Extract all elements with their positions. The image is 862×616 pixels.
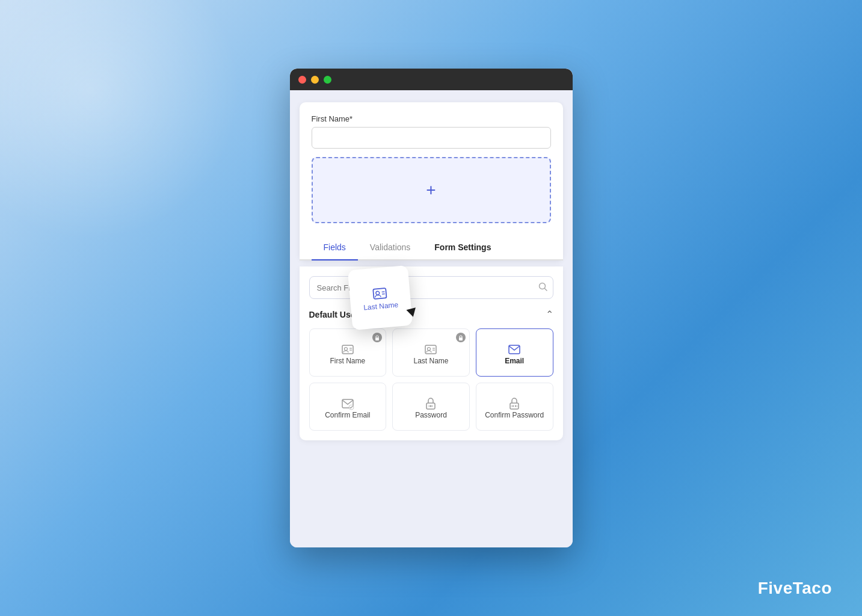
field-card-confirm-password[interactable]: Confirm Password	[476, 383, 553, 431]
lock-icon	[372, 333, 382, 342]
svg-point-23	[375, 291, 379, 295]
svg-rect-7	[459, 337, 463, 340]
drag-card: Last Name	[347, 265, 412, 330]
browser-window: First Name* + Fields Validations Form Se…	[290, 69, 573, 547]
tabs-bar: Fields Validations Form Settings	[300, 235, 563, 260]
svg-point-16	[430, 405, 432, 407]
first-name-card-label: First Name	[330, 357, 365, 365]
content-area: First Name* + Fields Validations Form Se…	[290, 90, 573, 547]
confirm-email-icon	[340, 396, 355, 411]
first-name-label: First Name*	[312, 114, 551, 123]
svg-rect-2	[375, 337, 379, 340]
svg-rect-12	[509, 345, 520, 354]
title-bar	[290, 69, 573, 90]
form-section: First Name* + Fields Validations Form Se…	[300, 102, 563, 260]
svg-point-9	[428, 348, 431, 351]
collapse-icon[interactable]: ⌃	[546, 309, 553, 320]
fields-panel: Default User Fields ⌃	[300, 266, 563, 440]
search-container	[309, 276, 553, 299]
last-name-card-label: Last Name	[413, 357, 448, 365]
search-icon	[538, 282, 547, 293]
svg-rect-3	[342, 345, 353, 354]
tab-fields[interactable]: Fields	[312, 235, 358, 260]
first-name-input[interactable]	[312, 127, 551, 149]
field-card-password[interactable]: Password	[392, 383, 470, 431]
person-card-icon	[423, 342, 438, 357]
svg-point-20	[513, 405, 514, 407]
maximize-button[interactable]	[324, 76, 331, 84]
field-card-last-name[interactable]: Last Name	[392, 328, 470, 377]
svg-line-1	[544, 289, 547, 291]
branding-logo: FiveTaco	[758, 579, 832, 598]
tab-form-settings[interactable]: Form Settings	[422, 235, 503, 260]
drag-card-label: Last Name	[363, 300, 398, 312]
field-card-email[interactable]: Email	[476, 328, 553, 377]
close-button[interactable]	[298, 76, 306, 84]
svg-point-21	[515, 405, 516, 407]
svg-point-4	[344, 348, 347, 351]
svg-rect-8	[425, 345, 436, 354]
drag-card-icon	[371, 285, 389, 303]
field-card-first-name[interactable]: First Name	[309, 328, 387, 377]
email-icon	[507, 342, 522, 357]
form-inner: First Name* +	[300, 102, 563, 235]
confirm-password-icon	[507, 396, 522, 411]
password-icon	[423, 396, 438, 411]
field-grid: First Name	[309, 328, 553, 431]
confirm-password-card-label: Confirm Password	[485, 411, 544, 419]
add-field-icon: +	[426, 180, 436, 200]
confirm-email-card-label: Confirm Email	[325, 411, 370, 419]
email-card-label: Email	[505, 357, 524, 365]
lock-icon	[456, 333, 466, 342]
search-input[interactable]	[309, 276, 553, 299]
section-header: Default User Fields ⌃	[309, 309, 553, 320]
person-card-icon	[340, 342, 355, 357]
drop-zone[interactable]: +	[312, 157, 551, 223]
field-card-confirm-email[interactable]: Confirm Email	[309, 383, 387, 431]
password-card-label: Password	[415, 411, 447, 419]
tab-validations[interactable]: Validations	[358, 235, 422, 260]
minimize-button[interactable]	[311, 76, 319, 84]
